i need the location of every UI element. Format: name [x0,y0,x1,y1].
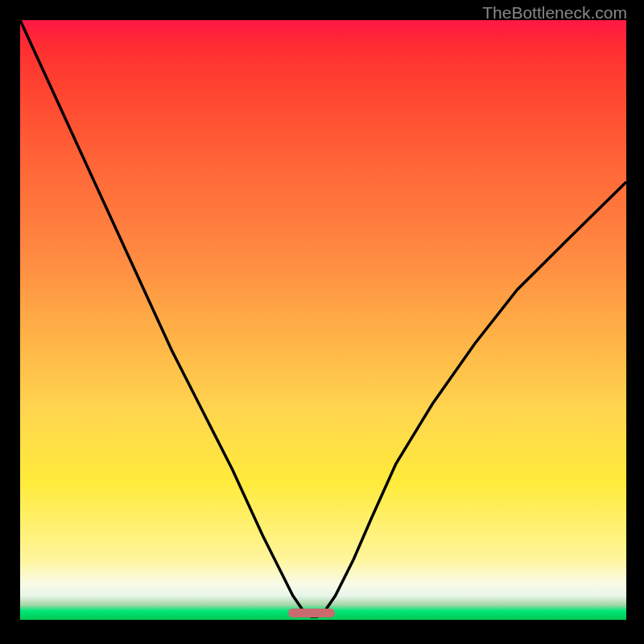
chart-container: TheBottleneck.com [0,0,644,644]
optimal-marker [288,609,335,617]
curve-path [20,20,626,617]
bottleneck-curve [20,20,626,620]
chart-plot-area [20,20,626,620]
watermark-text: TheBottleneck.com [482,3,627,23]
